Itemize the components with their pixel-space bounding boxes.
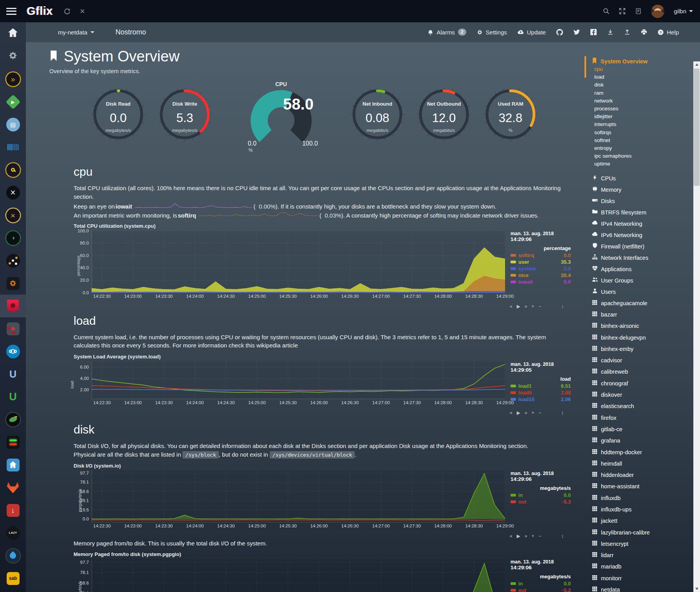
gauge-net-inbound[interactable]: Net Inbound 0.08 megabits/s [348,80,407,153]
sidebar-section-btrfs-filesystem[interactable]: BTRFS filesystem [592,207,693,218]
sidebar-app-binhex-emby[interactable]: binhex-emby [592,344,693,355]
sidebar-section-disks[interactable]: Disks [592,196,693,207]
legend-row-nice[interactable]: nice 20.4 [511,272,571,279]
zoom-out-button[interactable]: − [539,304,541,309]
rail-item-netdata[interactable] [0,295,26,317]
sidebar-app-heimdall[interactable]: heimdall [592,458,693,470]
menu-icon[interactable] [6,8,16,15]
rail-item-home-assistant[interactable] [0,453,26,476]
play-button[interactable]: ▶ [517,410,520,416]
sidebar-app-diskover[interactable]: diskover [592,389,693,401]
sidebar-app-apacheguacamole[interactable]: apacheguacamole [592,298,693,309]
sidebar-app-elasticsearch[interactable]: elasticsearch [592,401,693,412]
chart-resize-handle[interactable]: ↕ [561,410,564,416]
import-icon[interactable] [607,29,613,35]
sidebar-item-idlejitter[interactable]: idlejitter [592,113,693,121]
sidebar-section-applications[interactable]: Applications [592,264,693,275]
sidebar-app-hddtemp-docker[interactable]: hddtemp-docker [592,447,693,458]
rail-item-unraid[interactable]: U [0,385,26,408]
sidebar-app-calibreweb[interactable]: calibreweb [592,366,693,378]
plot-area-cpu[interactable] [92,231,505,293]
close-icon[interactable]: × [80,7,85,16]
pan-forward-button[interactable]: » [525,304,527,309]
help-button[interactable]: ? Help [658,29,679,36]
sidebar-item-entropy[interactable]: entropy [592,144,693,152]
sidebar-app-lidarr[interactable]: lidarr [592,550,693,561]
sidebar-item-softnet[interactable]: softnet [592,137,693,144]
github-icon[interactable] [556,29,563,36]
fullscreen-icon[interactable] [619,8,626,14]
gauge-cpu[interactable]: CPU 58.0 0.0 100.0 % [232,80,330,156]
rail-item-calibre[interactable]: ▤ [0,113,26,136]
sidebar-section-firewall-netfilter-[interactable]: Firewall (netfilter) [592,241,693,252]
plot-area-load[interactable] [92,362,505,399]
sidebar-section-cpus[interactable]: CPUs [592,173,693,184]
sidebar-item-network[interactable]: network [592,97,693,105]
rail-item-jackett[interactable] [0,158,26,181]
legend-row-in[interactable]: in 0.0 [511,492,571,498]
changelog-icon[interactable] [635,8,642,14]
rail-item-resilio-sync[interactable] [0,317,26,340]
app-logo[interactable]: Gflix [27,5,53,18]
plot-area-pgpgio[interactable] [92,559,505,592]
pan-backward-button[interactable]: « [510,304,512,309]
rail-item-cadvisor[interactable]: × [0,181,26,204]
sidebar-title-system-overview[interactable]: System Overview [592,58,693,65]
legend-row-out[interactable]: out -5.3 [511,498,571,505]
sidebar-item-ipc-semaphores[interactable]: ipc semaphores [592,152,693,160]
zoom-in-button[interactable]: + [532,410,534,416]
scroll-up-button[interactable] [693,61,700,68]
search-icon[interactable] [603,8,610,14]
rail-item-monitorr[interactable] [0,431,26,453]
sidebar-app-gitlab-ce[interactable]: gitlab-ce [592,424,693,435]
scroll-down-button[interactable] [693,586,700,592]
sidebar-item-cpu[interactable]: cpu [592,65,693,73]
rail-item-ombi[interactable]: × [0,204,26,227]
pan-forward-button[interactable]: » [525,533,527,539]
play-button[interactable]: ▶ [517,533,520,539]
sidebar-app-home-assistant[interactable]: home-assistant [592,481,693,492]
rail-item-unifi[interactable]: U [0,363,26,385]
sidebar-app-netdata[interactable]: netdata [592,584,693,592]
gauge-used-ram[interactable]: Used RAM 32.8 % [481,80,540,153]
refresh-icon[interactable] [64,8,70,14]
sidebar-item-processes[interactable]: processes [592,105,693,113]
rail-item-deluge[interactable] [0,544,26,567]
legend-row-load1[interactable]: load1 6.51 [511,383,571,389]
rail-item-hddtemp[interactable] [0,272,26,295]
sidebar-item-ram[interactable]: ram [592,89,693,97]
sidebar-item-disk[interactable]: disk [592,81,693,89]
sidebar-item-softirqs[interactable]: softirqs [592,129,693,137]
play-button[interactable]: ▶ [517,304,520,309]
sidebar-app-letsencrypt[interactable]: letsencrypt [592,538,693,550]
legend-row-system[interactable]: system 2.3 [511,265,571,272]
rail-item-diskover[interactable] [0,249,26,272]
rail-item-nextcloud[interactable] [0,340,26,363]
legend-row-load5[interactable]: load5 2.68 [511,389,571,396]
sidebar-app-chronograf[interactable]: chronograf [592,378,693,389]
zoom-in-button[interactable]: + [532,533,534,539]
scrollbar[interactable] [693,61,700,592]
gauge-net-outbound[interactable]: Net Outbound 12.0 megabits/s [414,80,474,153]
sidebar-item-interrupts[interactable]: interrupts [592,121,693,128]
sidebar-app-grafana[interactable]: grafana [592,435,693,446]
sidebar-app-cadvisor[interactable]: cadvisor [592,355,693,366]
rail-item-gitlab[interactable] [0,476,26,499]
export-icon[interactable] [624,29,630,35]
pan-forward-button[interactable]: » [525,410,527,416]
rail-item-sabnzbd[interactable]: sab [0,567,26,590]
sidebar-item-load[interactable]: load [592,73,693,81]
update-button[interactable]: Update [518,29,546,36]
sidebar-app-hiddenloader[interactable]: hiddenloader [592,470,693,481]
chart-resize-handle[interactable]: ↕ [561,533,564,539]
zoom-out-button[interactable]: − [539,410,541,416]
rail-item-settings[interactable] [0,45,26,68]
sidebar-section-ipv6-networking[interactable]: IPv6 Networking [592,230,693,241]
rail-item-emby[interactable]: ▶ [0,90,26,113]
rail-item-home[interactable] [0,22,26,45]
sidebar-app-monitorr[interactable]: monitorr [592,573,693,584]
legend-row-load15[interactable]: load15 2.06 [511,396,571,403]
print-icon[interactable] [641,29,647,35]
sidebar-app-bazarr[interactable]: bazarr [592,309,693,320]
alarms-button[interactable]: Alarms 2 [428,29,466,36]
